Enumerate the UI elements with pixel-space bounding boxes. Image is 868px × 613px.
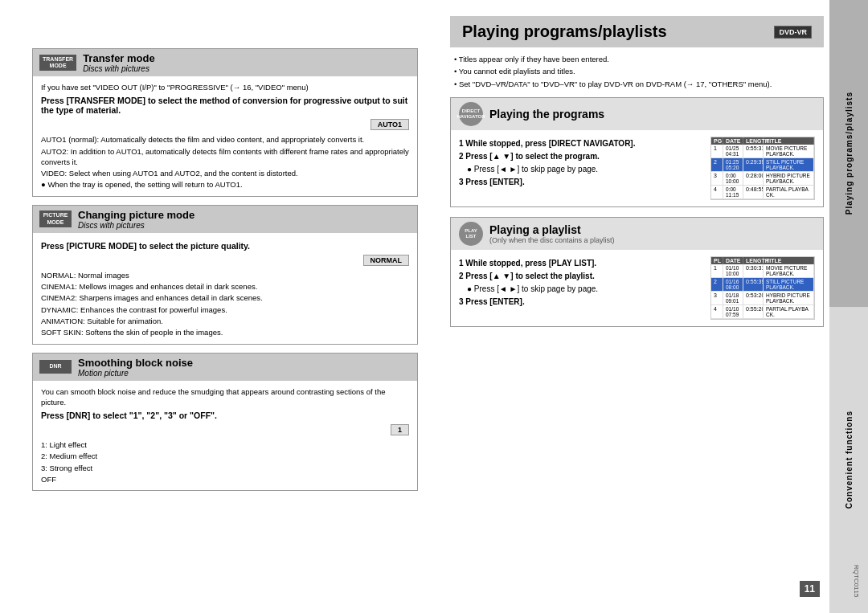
smoothing-section: DNR Smoothing block noise Motion picture…: [32, 353, 418, 492]
playing-playlist-section: PLAYLIST Playing a playlist (Only when t…: [450, 217, 824, 327]
playlist-step-1: 1 While stopped, press [PLAY LIST].: [459, 258, 704, 269]
dvd-vr-badge: DVD-VR: [774, 26, 812, 39]
smoothing-detail-2: 3: Strong effect: [41, 463, 409, 473]
playlist-step-bullet: ● Press [◄ ►] to skip page by page.: [467, 284, 704, 295]
playing-programs-header: DIRECTNAVIGATOR Playing the programs: [451, 98, 823, 130]
picture-mode-title: Changing picture mode: [78, 209, 194, 221]
programs-row-3: 3 0:0010:00 0:28:00 HYBRID PICTUREPLAYBA…: [711, 172, 814, 186]
playlist-step-3: 3 Press [ENTER].: [459, 296, 704, 308]
top-bullet-1: You cannot edit playlists and titles.: [454, 66, 820, 76]
playlist-step-2: 2 Press [▲ ▼] to select the playlist.: [459, 271, 704, 282]
smoothing-detail-3: OFF: [41, 474, 409, 484]
picture-mode-instruction: Press [PICTURE MODE] to select the pictu…: [41, 241, 409, 251]
picture-detail-4: ANIMATION: Suitable for animation.: [41, 316, 409, 326]
transfer-detail-3: ● When the tray is opened, the setting w…: [41, 179, 409, 190]
picture-mode-title-area: Changing picture mode Discs with picture…: [78, 209, 194, 230]
left-column: TRANSFER MODE Transfer mode Discs with p…: [0, 0, 434, 613]
programs-step-bullet: ● Press [◄ ►] to skip page by page.: [467, 164, 704, 175]
transfer-mode-body: If you have set "VIDEO OUT (I/P)" to "PR…: [33, 76, 417, 196]
playing-playlist-subtitle: (Only when the disc contains a playlist): [489, 236, 615, 244]
playing-programs-title: Playing the programs: [489, 108, 604, 121]
transfer-mode-info: If you have set "VIDEO OUT (I/P)" to "PR…: [41, 82, 409, 92]
smoothing-title-area: Smoothing block noise Motion picture: [78, 357, 193, 378]
transfer-mode-title-area: Transfer mode Discs with pictures: [83, 52, 155, 73]
transfer-mode-icon: TRANSFER MODE: [39, 55, 76, 72]
picture-mode-body: Press [PICTURE MODE] to select the pictu…: [33, 233, 417, 344]
transfer-mode-header: TRANSFER MODE Transfer mode Discs with p…: [33, 49, 417, 76]
transfer-mode-subtitle: Discs with pictures: [83, 64, 155, 73]
auto1-button: AUTO1: [371, 119, 409, 130]
playlist-steps: 1 While stopped, press [PLAY LIST]. 2 Pr…: [459, 256, 704, 320]
programs-table: PG DATE LENGTH TITLE 1 01/2504:31 0:55:3…: [710, 137, 815, 200]
smoothing-subtitle: Motion picture: [78, 369, 193, 378]
smoothing-info: You can smooth block noise and reduce th…: [41, 386, 409, 408]
picture-mode-subtitle: Discs with pictures: [78, 221, 194, 230]
dnr-button: 1: [391, 424, 409, 435]
smoothing-icon: DNR: [39, 360, 72, 373]
smoothing-body: You can smooth block noise and reduce th…: [33, 381, 417, 491]
main-container: TRANSFER MODE Transfer mode Discs with p…: [0, 0, 868, 613]
picture-detail-0: NORMAL: Normal images: [41, 270, 409, 280]
playing-programs-label: Playing programs/playlists: [845, 92, 854, 215]
normal-button: NORMAL: [363, 255, 410, 266]
page-number-area: 11: [800, 581, 820, 597]
picture-mode-icon: PICTURE MODE: [39, 210, 72, 227]
programs-step-1: 1 While stopped, press [DIRECT NAVIGATOR…: [459, 138, 704, 149]
smoothing-title: Smoothing block noise: [78, 357, 193, 369]
programs-row-2: 2 01:2505:20 0:29:39 STILL PICTUREPLAYBA…: [711, 158, 814, 172]
smoothing-header: DNR Smoothing block noise Motion picture: [33, 353, 417, 381]
transfer-mode-instruction: Press [TRANSFER MODE] to select the meth…: [41, 96, 409, 115]
playing-playlist-header: PLAYLIST Playing a playlist (Only when t…: [451, 218, 823, 250]
playlist-row-2: 2 01/1608:00 0:55:39 STILL PICTUREPLAYBA…: [711, 278, 814, 292]
picture-detail-2: CINEMA2: Sharpens images and enhances de…: [41, 292, 409, 303]
playlist-title-area: Playing a playlist (Only when the disc c…: [489, 223, 615, 244]
programs-step-3: 3 Press [ENTER].: [459, 177, 704, 188]
playlist-table-header: PL DATE LENGTH TITLE: [711, 257, 814, 264]
direct-navigator-icon: DIRECTNAVIGATOR: [459, 102, 483, 126]
page-title: Playing programs/playlists: [462, 22, 667, 41]
top-bullet-2: Set "DVD–VR/DATA" to "DVD–VR" to play DV…: [454, 79, 820, 89]
transfer-mode-section: TRANSFER MODE Transfer mode Discs with p…: [32, 48, 418, 197]
top-bullet-0: Titles appear only if they have been ent…: [454, 54, 820, 64]
catalog-number: RQTC0115: [853, 565, 860, 597]
transfer-mode-title: Transfer mode: [83, 52, 155, 64]
programs-steps: 1 While stopped, press [DIRECT NAVIGATOR…: [459, 137, 704, 200]
programs-table-header: PG DATE LENGTH TITLE: [711, 137, 814, 145]
playing-playlist-body: 1 While stopped, press [PLAY LIST]. 2 Pr…: [451, 250, 823, 326]
picture-detail-1: CINEMA1: Mellows images and enhances det…: [41, 281, 409, 292]
vertical-labels: Playing programs/playlists Convenient fu…: [829, 0, 868, 613]
transfer-detail-0: AUTO1 (normal): Automatically detects th…: [41, 134, 409, 145]
playlist-row-4: 4 01/1007:59 0:55:20 PARTIAL PLAYBACK.: [711, 305, 814, 319]
playlist-row-1: 1 01/1010:00 0:30:31 MOVIE PICTUREPLAYBA…: [711, 264, 814, 278]
transfer-detail-1: AUTO2: In addition to AUTO1, automatical…: [41, 146, 409, 168]
playing-programs-body: 1 While stopped, press [DIRECT NAVIGATOR…: [451, 130, 823, 206]
picture-detail-5: SOFT SKIN: Softens the skin of people in…: [41, 327, 409, 337]
playlist-row-3: 3 01/1809:01 0:53:20 HYBRID PICTUREPLAYB…: [711, 292, 814, 305]
picture-detail-3: DYNAMIC: Enhances the contrast for power…: [41, 304, 409, 315]
page-number: 11: [800, 581, 820, 597]
smoothing-detail-1: 2: Medium effect: [41, 451, 409, 461]
programs-row-1: 1 01/2504:31 0:55:31 MOVIE PICTUREPLAYBA…: [711, 145, 814, 158]
programs-row-4: 4 0:0011:15 0:48:55 PARTIAL PLAYBACK.: [711, 186, 814, 199]
right-column: Playing programs/playlists DVD-VR Titles…: [434, 0, 868, 613]
convenient-functions-label: Convenient functions: [845, 411, 854, 509]
playlist-table: PL DATE LENGTH TITLE 1 01/1010:00 0:30:3…: [710, 256, 815, 320]
vertical-label-top: Playing programs/playlists: [829, 0, 868, 307]
playing-playlist-title: Playing a playlist: [489, 223, 615, 236]
smoothing-detail-0: 1: Light effect: [41, 439, 409, 450]
transfer-detail-2: VIDEO: Select when using AUTO1 and AUTO2…: [41, 168, 409, 178]
smoothing-instruction: Press [DNR] to select "1", "2", "3" or "…: [41, 411, 409, 420]
picture-mode-header: PICTURE MODE Changing picture mode Discs…: [33, 206, 417, 233]
programs-step-2: 2 Press [▲ ▼] to select the program.: [459, 151, 704, 162]
play-list-icon: PLAYLIST: [459, 222, 483, 246]
picture-mode-section: PICTURE MODE Changing picture mode Discs…: [32, 205, 418, 345]
page-header: Playing programs/playlists DVD-VR: [450, 16, 824, 47]
playing-programs-section: DIRECTNAVIGATOR Playing the programs 1 W…: [450, 97, 824, 207]
top-bullets: Titles appear only if they have been ent…: [450, 54, 824, 89]
vertical-label-bottom: Convenient functions: [829, 307, 868, 614]
